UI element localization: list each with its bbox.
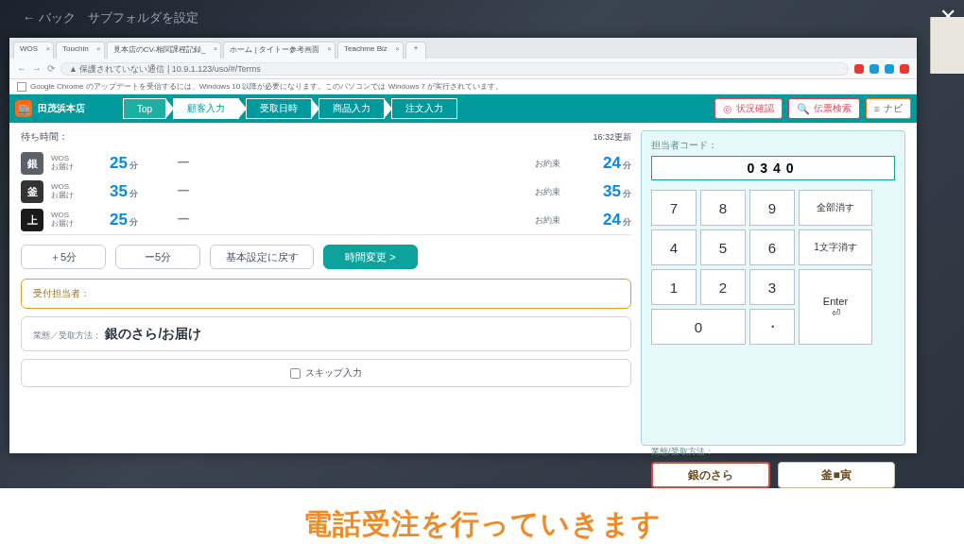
minus-5min-button[interactable]: ー5分 xyxy=(115,245,200,269)
extension-icon[interactable] xyxy=(900,64,909,74)
key-2[interactable]: 2 xyxy=(700,269,746,305)
forward-icon[interactable]: → xyxy=(32,63,42,74)
browser-tab[interactable]: Teachme Biz× xyxy=(337,42,404,59)
close-icon[interactable]: × xyxy=(395,44,400,53)
browser-tab[interactable]: Touchin× xyxy=(56,42,105,59)
reset-default-button[interactable]: 基本設定に戻す xyxy=(210,245,314,269)
key-6[interactable]: 6 xyxy=(749,229,795,265)
status-check-button[interactable]: ◎状況確認 xyxy=(714,98,783,119)
menu-icon: ≡ xyxy=(874,103,880,114)
step-item-input[interactable]: 商品入力 xyxy=(318,98,385,119)
key-clear-all[interactable]: 全部消す xyxy=(799,190,872,226)
dash: ー xyxy=(146,183,221,200)
apply-time-button[interactable]: 時間変更 > xyxy=(323,245,418,269)
delivery-minutes: 25分 xyxy=(81,211,138,229)
url-field[interactable]: ▲ 保護されていない通信 | 10.9.1.123/uso/#/Terms xyxy=(60,62,849,76)
app-header: 🏬 田茂浜本店 Top 顧客入力 受取日時 商品入力 注文入力 ◎状況確認 � xyxy=(9,94,917,123)
method-gin-button[interactable]: 銀のさら xyxy=(651,462,770,488)
key-backspace[interactable]: 1文字消す xyxy=(799,229,872,265)
browser-tab[interactable]: ホーム | タイトー参考画面× xyxy=(223,42,336,59)
close-icon[interactable]: × xyxy=(327,44,332,53)
key-7[interactable]: 7 xyxy=(651,190,697,226)
lock-warning-icon: ▲ xyxy=(69,64,79,74)
brand-chip-kama: 釜 xyxy=(21,180,43,203)
key-5[interactable]: 5 xyxy=(700,229,746,265)
store-icon: 🏬 xyxy=(15,100,32,117)
promise-minutes: 35分 xyxy=(594,182,631,201)
step-nav: Top 顧客入力 受取日時 商品入力 注文入力 xyxy=(123,98,457,119)
updated-time: 16:32更新 xyxy=(593,131,631,144)
plus-5min-button[interactable]: ＋5分 xyxy=(21,245,106,269)
chrome-warning-bar: Google Chrome のアップデートを受信するには、Windows 10 … xyxy=(9,79,917,94)
skip-input-box[interactable]: スキップ入力 xyxy=(21,359,631,387)
staff-code-panel: 担当者コード： 7 8 9 全部消す 4 5 6 1文字消す 1 2 3 xyxy=(641,130,905,446)
promise-label: お約束 xyxy=(535,186,586,198)
search-icon: 🔍 xyxy=(797,103,810,115)
store-name: 田茂浜本店 xyxy=(38,102,85,115)
background-title: ← バック サブフォルダを設定 xyxy=(23,9,198,26)
extension-icon[interactable] xyxy=(885,64,894,74)
extension-icon[interactable] xyxy=(854,64,864,74)
promise-minutes: 24分 xyxy=(594,154,631,173)
address-bar: ← → ⟳ ▲ 保護されていない通信 | 10.9.1.123/uso/#/Te… xyxy=(9,59,917,79)
brand-method-label: 業態／受取方法： xyxy=(33,331,101,340)
caption-text: 電話受注を行っていきます xyxy=(303,505,662,544)
promise-label: お約束 xyxy=(535,158,586,170)
close-icon[interactable]: × xyxy=(45,44,50,53)
key-enter[interactable]: Enter⏎ xyxy=(799,269,872,345)
step-pickup-time[interactable]: 受取日時 xyxy=(246,98,312,119)
extension-icon[interactable] xyxy=(869,64,879,74)
status-icon: ◎ xyxy=(723,103,732,115)
key-1[interactable]: 1 xyxy=(651,269,697,305)
reload-icon[interactable]: ⟳ xyxy=(47,63,55,74)
staff-code-label: 担当者コード： xyxy=(651,139,895,152)
key-9[interactable]: 9 xyxy=(749,190,795,226)
step-top[interactable]: Top xyxy=(123,98,166,119)
brand-chip-jo: 上 xyxy=(21,209,43,231)
numeric-keypad: 7 8 9 全部消す 4 5 6 1文字消す 1 2 3 Enter⏎ 0 ・ xyxy=(651,190,895,345)
checkbox-icon[interactable] xyxy=(290,368,301,379)
nav-button[interactable]: ≡ナビ xyxy=(866,98,911,119)
step-order-input[interactable]: 注文入力 xyxy=(391,98,457,119)
wait-row: 上 WOSお届け 25分 ー お約束 24分 xyxy=(21,206,631,234)
app-root: 🏬 田茂浜本店 Top 顧客入力 受取日時 商品入力 注文入力 ◎状況確認 � xyxy=(9,94,917,453)
close-icon[interactable]: × xyxy=(96,44,101,53)
wait-row: 銀 WOSお届け 25分 ー お約束 24分 xyxy=(21,149,631,178)
brand-chip-gin: 銀 xyxy=(21,152,43,175)
promise-label: お約束 xyxy=(535,214,586,227)
video-caption-bar: 電話受注を行っていきます xyxy=(0,488,964,560)
method-kama-button[interactable]: 釜■寅 xyxy=(778,462,895,488)
staff-code-input[interactable] xyxy=(651,156,895,180)
key-dot[interactable]: ・ xyxy=(749,309,795,345)
browser-tab[interactable]: 見本店のCV-相関課程記録_× xyxy=(107,42,222,59)
delivery-minutes: 35分 xyxy=(81,182,138,201)
key-8[interactable]: 8 xyxy=(700,190,746,226)
browser-tab-strip: WOS× Touchin× 見本店のCV-相関課程記録_× ホーム | タイトー… xyxy=(9,38,917,59)
slip-search-button[interactable]: 🔍伝票検索 xyxy=(788,98,860,119)
close-icon[interactable]: × xyxy=(214,44,218,53)
method-label: 業態/受取方法： xyxy=(651,446,895,458)
new-tab-button[interactable]: ＋ xyxy=(405,42,426,59)
reception-staff-box[interactable]: 受付担当者： xyxy=(21,279,631,309)
dash: ー xyxy=(146,212,221,229)
dash: ー xyxy=(146,155,221,172)
promise-minutes: 24分 xyxy=(594,211,631,229)
step-customer-input[interactable]: 顧客入力 xyxy=(173,98,239,119)
brand-method-box: 業態／受取方法： 銀のさら/お届け xyxy=(21,316,631,351)
monitor: WOS× Touchin× 見本店のCV-相関課程記録_× ホーム | タイトー… xyxy=(9,38,917,453)
wait-row: 釜 WOSお届け 35分 ー お約束 35分 xyxy=(21,178,631,206)
key-3[interactable]: 3 xyxy=(749,269,795,305)
key-4[interactable]: 4 xyxy=(651,229,697,265)
brand-method-value: 銀のさら/お届け xyxy=(105,326,201,341)
delivery-minutes: 25分 xyxy=(81,154,138,173)
wait-time-label: 待ち時間： xyxy=(21,130,68,144)
browser-tab[interactable]: WOS× xyxy=(13,42,54,59)
key-0[interactable]: 0 xyxy=(651,309,746,345)
paper-edge xyxy=(930,17,964,74)
back-icon[interactable]: ← xyxy=(17,63,26,74)
